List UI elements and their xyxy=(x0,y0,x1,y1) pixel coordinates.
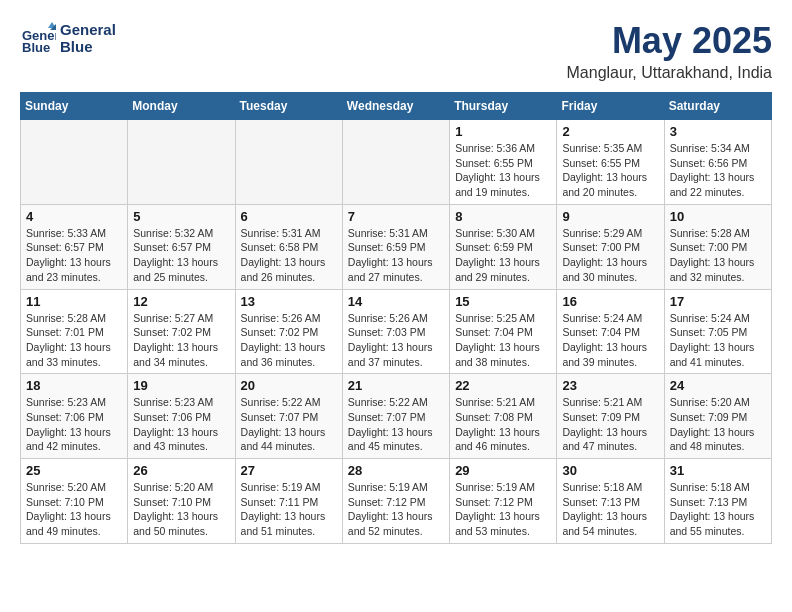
day-number: 15 xyxy=(455,294,551,309)
day-number: 26 xyxy=(133,463,229,478)
day-info: Sunrise: 5:29 AM Sunset: 7:00 PM Dayligh… xyxy=(562,226,658,285)
day-number: 17 xyxy=(670,294,766,309)
day-number: 19 xyxy=(133,378,229,393)
calendar-cell xyxy=(21,120,128,205)
day-number: 7 xyxy=(348,209,444,224)
day-info: Sunrise: 5:23 AM Sunset: 7:06 PM Dayligh… xyxy=(133,395,229,454)
day-number: 4 xyxy=(26,209,122,224)
day-info: Sunrise: 5:20 AM Sunset: 7:09 PM Dayligh… xyxy=(670,395,766,454)
day-info: Sunrise: 5:24 AM Sunset: 7:04 PM Dayligh… xyxy=(562,311,658,370)
day-number: 22 xyxy=(455,378,551,393)
day-info: Sunrise: 5:33 AM Sunset: 6:57 PM Dayligh… xyxy=(26,226,122,285)
calendar-cell: 12Sunrise: 5:27 AM Sunset: 7:02 PM Dayli… xyxy=(128,289,235,374)
calendar-cell: 21Sunrise: 5:22 AM Sunset: 7:07 PM Dayli… xyxy=(342,374,449,459)
day-info: Sunrise: 5:34 AM Sunset: 6:56 PM Dayligh… xyxy=(670,141,766,200)
weekday-header-monday: Monday xyxy=(128,93,235,120)
calendar-cell: 31Sunrise: 5:18 AM Sunset: 7:13 PM Dayli… xyxy=(664,459,771,544)
calendar-cell: 9Sunrise: 5:29 AM Sunset: 7:00 PM Daylig… xyxy=(557,204,664,289)
day-number: 13 xyxy=(241,294,337,309)
calendar-cell: 19Sunrise: 5:23 AM Sunset: 7:06 PM Dayli… xyxy=(128,374,235,459)
day-number: 10 xyxy=(670,209,766,224)
calendar-week-1: 1Sunrise: 5:36 AM Sunset: 6:55 PM Daylig… xyxy=(21,120,772,205)
calendar-cell xyxy=(128,120,235,205)
calendar-cell: 16Sunrise: 5:24 AM Sunset: 7:04 PM Dayli… xyxy=(557,289,664,374)
day-number: 27 xyxy=(241,463,337,478)
calendar-cell: 11Sunrise: 5:28 AM Sunset: 7:01 PM Dayli… xyxy=(21,289,128,374)
logo-line1: General xyxy=(60,21,116,38)
calendar-cell: 17Sunrise: 5:24 AM Sunset: 7:05 PM Dayli… xyxy=(664,289,771,374)
calendar-cell: 23Sunrise: 5:21 AM Sunset: 7:09 PM Dayli… xyxy=(557,374,664,459)
month-title: May 2025 xyxy=(567,20,772,62)
day-info: Sunrise: 5:18 AM Sunset: 7:13 PM Dayligh… xyxy=(562,480,658,539)
day-info: Sunrise: 5:18 AM Sunset: 7:13 PM Dayligh… xyxy=(670,480,766,539)
calendar-cell: 28Sunrise: 5:19 AM Sunset: 7:12 PM Dayli… xyxy=(342,459,449,544)
calendar-week-4: 18Sunrise: 5:23 AM Sunset: 7:06 PM Dayli… xyxy=(21,374,772,459)
day-info: Sunrise: 5:30 AM Sunset: 6:59 PM Dayligh… xyxy=(455,226,551,285)
day-number: 28 xyxy=(348,463,444,478)
day-number: 29 xyxy=(455,463,551,478)
day-info: Sunrise: 5:20 AM Sunset: 7:10 PM Dayligh… xyxy=(26,480,122,539)
calendar-cell xyxy=(235,120,342,205)
calendar-cell: 26Sunrise: 5:20 AM Sunset: 7:10 PM Dayli… xyxy=(128,459,235,544)
calendar-cell xyxy=(342,120,449,205)
logo-line2: Blue xyxy=(60,38,116,55)
calendar-cell: 22Sunrise: 5:21 AM Sunset: 7:08 PM Dayli… xyxy=(450,374,557,459)
calendar-cell: 15Sunrise: 5:25 AM Sunset: 7:04 PM Dayli… xyxy=(450,289,557,374)
day-info: Sunrise: 5:19 AM Sunset: 7:12 PM Dayligh… xyxy=(455,480,551,539)
day-number: 8 xyxy=(455,209,551,224)
calendar-cell: 24Sunrise: 5:20 AM Sunset: 7:09 PM Dayli… xyxy=(664,374,771,459)
day-info: Sunrise: 5:22 AM Sunset: 7:07 PM Dayligh… xyxy=(241,395,337,454)
calendar-cell: 10Sunrise: 5:28 AM Sunset: 7:00 PM Dayli… xyxy=(664,204,771,289)
calendar-cell: 25Sunrise: 5:20 AM Sunset: 7:10 PM Dayli… xyxy=(21,459,128,544)
weekday-header-sunday: Sunday xyxy=(21,93,128,120)
day-info: Sunrise: 5:26 AM Sunset: 7:03 PM Dayligh… xyxy=(348,311,444,370)
day-info: Sunrise: 5:20 AM Sunset: 7:10 PM Dayligh… xyxy=(133,480,229,539)
day-info: Sunrise: 5:21 AM Sunset: 7:08 PM Dayligh… xyxy=(455,395,551,454)
day-number: 2 xyxy=(562,124,658,139)
weekday-header-tuesday: Tuesday xyxy=(235,93,342,120)
calendar-cell: 2Sunrise: 5:35 AM Sunset: 6:55 PM Daylig… xyxy=(557,120,664,205)
page-header: General Blue General Blue May 2025 Mangl… xyxy=(20,20,772,82)
day-info: Sunrise: 5:21 AM Sunset: 7:09 PM Dayligh… xyxy=(562,395,658,454)
day-number: 31 xyxy=(670,463,766,478)
day-info: Sunrise: 5:24 AM Sunset: 7:05 PM Dayligh… xyxy=(670,311,766,370)
day-number: 14 xyxy=(348,294,444,309)
logo: General Blue General Blue xyxy=(20,20,116,56)
day-number: 21 xyxy=(348,378,444,393)
day-info: Sunrise: 5:19 AM Sunset: 7:11 PM Dayligh… xyxy=(241,480,337,539)
day-info: Sunrise: 5:19 AM Sunset: 7:12 PM Dayligh… xyxy=(348,480,444,539)
title-area: May 2025 Manglaur, Uttarakhand, India xyxy=(567,20,772,82)
logo-icon: General Blue xyxy=(20,20,56,56)
day-info: Sunrise: 5:23 AM Sunset: 7:06 PM Dayligh… xyxy=(26,395,122,454)
calendar-cell: 30Sunrise: 5:18 AM Sunset: 7:13 PM Dayli… xyxy=(557,459,664,544)
calendar-week-5: 25Sunrise: 5:20 AM Sunset: 7:10 PM Dayli… xyxy=(21,459,772,544)
day-info: Sunrise: 5:22 AM Sunset: 7:07 PM Dayligh… xyxy=(348,395,444,454)
day-info: Sunrise: 5:36 AM Sunset: 6:55 PM Dayligh… xyxy=(455,141,551,200)
day-info: Sunrise: 5:28 AM Sunset: 7:00 PM Dayligh… xyxy=(670,226,766,285)
day-info: Sunrise: 5:25 AM Sunset: 7:04 PM Dayligh… xyxy=(455,311,551,370)
day-info: Sunrise: 5:27 AM Sunset: 7:02 PM Dayligh… xyxy=(133,311,229,370)
day-number: 30 xyxy=(562,463,658,478)
calendar-table: SundayMondayTuesdayWednesdayThursdayFrid… xyxy=(20,92,772,544)
calendar-cell: 5Sunrise: 5:32 AM Sunset: 6:57 PM Daylig… xyxy=(128,204,235,289)
day-info: Sunrise: 5:28 AM Sunset: 7:01 PM Dayligh… xyxy=(26,311,122,370)
calendar-week-2: 4Sunrise: 5:33 AM Sunset: 6:57 PM Daylig… xyxy=(21,204,772,289)
calendar-cell: 20Sunrise: 5:22 AM Sunset: 7:07 PM Dayli… xyxy=(235,374,342,459)
day-number: 20 xyxy=(241,378,337,393)
day-number: 3 xyxy=(670,124,766,139)
calendar-cell: 1Sunrise: 5:36 AM Sunset: 6:55 PM Daylig… xyxy=(450,120,557,205)
weekday-header-saturday: Saturday xyxy=(664,93,771,120)
weekday-header-wednesday: Wednesday xyxy=(342,93,449,120)
location-title: Manglaur, Uttarakhand, India xyxy=(567,64,772,82)
day-info: Sunrise: 5:31 AM Sunset: 6:59 PM Dayligh… xyxy=(348,226,444,285)
calendar-cell: 4Sunrise: 5:33 AM Sunset: 6:57 PM Daylig… xyxy=(21,204,128,289)
day-number: 18 xyxy=(26,378,122,393)
day-number: 9 xyxy=(562,209,658,224)
calendar-cell: 13Sunrise: 5:26 AM Sunset: 7:02 PM Dayli… xyxy=(235,289,342,374)
calendar-cell: 8Sunrise: 5:30 AM Sunset: 6:59 PM Daylig… xyxy=(450,204,557,289)
calendar-cell: 18Sunrise: 5:23 AM Sunset: 7:06 PM Dayli… xyxy=(21,374,128,459)
day-number: 1 xyxy=(455,124,551,139)
day-info: Sunrise: 5:31 AM Sunset: 6:58 PM Dayligh… xyxy=(241,226,337,285)
calendar-week-3: 11Sunrise: 5:28 AM Sunset: 7:01 PM Dayli… xyxy=(21,289,772,374)
day-number: 16 xyxy=(562,294,658,309)
